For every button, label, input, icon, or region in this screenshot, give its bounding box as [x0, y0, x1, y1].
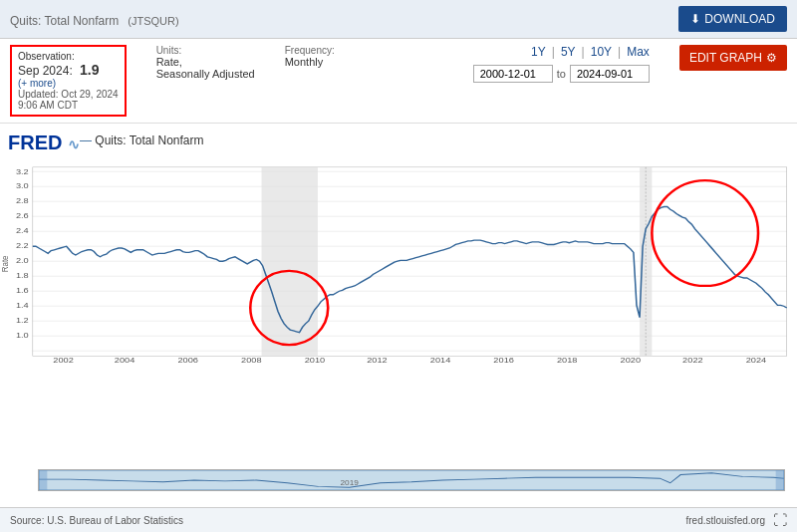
period-10y[interactable]: 10Y — [591, 45, 612, 59]
svg-text:2.6: 2.6 — [16, 211, 29, 220]
svg-text:2.8: 2.8 — [16, 196, 29, 205]
svg-text:2004: 2004 — [115, 355, 135, 364]
svg-text:2014: 2014 — [430, 355, 451, 364]
svg-text:2002: 2002 — [53, 355, 74, 364]
chart-wrapper: 3.2 3.0 2.8 2.6 2.4 2.2 2.0 1.8 1.6 1.4 … — [0, 158, 797, 457]
date-from-input[interactable] — [473, 65, 553, 83]
svg-text:2012: 2012 — [367, 355, 388, 364]
period-5y[interactable]: 5Y — [561, 45, 576, 59]
svg-text:2.0: 2.0 — [16, 256, 29, 265]
svg-text:2024: 2024 — [746, 355, 767, 364]
svg-text:2.4: 2.4 — [16, 226, 29, 235]
footer-source: Source: U.S. Bureau of Labor Statistics — [10, 515, 183, 526]
observation-value-row: Sep 2024: 1.9 — [18, 62, 119, 78]
observation-date: Sep 2024: — [18, 64, 73, 78]
svg-text:1.2: 1.2 — [16, 316, 29, 325]
frequency-label: Frequency: — [285, 45, 335, 56]
info-bar: Observation: Sep 2024: 1.9 (+ more) Upda… — [0, 39, 797, 124]
svg-text:2022: 2022 — [682, 355, 703, 364]
series-id: (JTSQUR) — [128, 15, 178, 27]
svg-text:2008: 2008 — [241, 355, 262, 364]
mini-chart[interactable]: 2019 — [38, 469, 785, 491]
footer: Source: U.S. Bureau of Labor Statistics … — [0, 507, 797, 532]
units-value2: Seasonally Adjusted — [156, 68, 255, 80]
svg-text:3.2: 3.2 — [16, 167, 29, 176]
chart-area: FRED ∿ Quits: Total Nonfarm 3.2 3.0 2.8 … — [0, 124, 797, 507]
fullscreen-icon[interactable]: ⛶ — [773, 512, 787, 528]
period-1y[interactable]: 1Y — [531, 45, 546, 59]
svg-text:1.4: 1.4 — [16, 301, 29, 310]
frequency-section: Frequency: Monthly — [285, 45, 335, 68]
frequency-value: Monthly — [285, 56, 335, 68]
header: Quits: Total Nonfarm (JTSQUR) ⬇ DOWNLOAD — [0, 0, 797, 39]
download-icon: ⬇ — [690, 12, 700, 26]
date-to-label: to — [557, 68, 566, 80]
edit-graph-button[interactable]: EDIT GRAPH ⚙ — [679, 45, 787, 71]
svg-rect-46 — [39, 470, 47, 490]
observation-more[interactable]: (+ more) — [18, 78, 119, 89]
date-to-input[interactable] — [570, 65, 650, 83]
observation-value: 1.9 — [80, 62, 99, 78]
svg-text:2018: 2018 — [557, 355, 578, 364]
svg-point-43 — [652, 180, 758, 286]
date-range: to — [473, 65, 650, 83]
svg-text:2.2: 2.2 — [16, 241, 29, 250]
units-value1: Rate, — [156, 56, 255, 68]
units-label: Units: — [156, 45, 255, 56]
svg-text:1.0: 1.0 — [16, 331, 29, 340]
svg-text:2006: 2006 — [177, 355, 198, 364]
fred-logo: FRED ∿ — [8, 132, 80, 154]
observation-label: Observation: — [18, 51, 119, 62]
observation-time: 9:06 AM CDT — [18, 100, 119, 111]
gear-icon: ⚙ — [766, 51, 777, 65]
title-text: Quits: Total Nonfarm — [10, 14, 119, 28]
footer-right: fred.stlouisfed.org ⛶ — [686, 512, 788, 528]
observation-updated: Updated: Oct 29, 2024 — [18, 89, 119, 100]
page-title: Quits: Total Nonfarm (JTSQUR) — [10, 11, 179, 28]
fred-wave: ∿ — [68, 136, 80, 152]
svg-text:Rate: Rate — [0, 255, 10, 272]
svg-rect-27 — [262, 167, 318, 357]
period-links: 1Y | 5Y | 10Y | Max — [531, 45, 650, 59]
svg-text:2020: 2020 — [621, 355, 642, 364]
mini-chart-svg: 2019 — [39, 470, 784, 490]
period-max[interactable]: Max — [627, 45, 650, 59]
updated-date: Updated: Oct 29, 2024 — [18, 89, 119, 100]
edit-graph-label: EDIT GRAPH — [689, 51, 762, 65]
svg-rect-26 — [33, 167, 787, 357]
footer-url: fred.stlouisfed.org — [686, 515, 766, 526]
svg-text:2019: 2019 — [340, 478, 358, 486]
chart-line — [33, 207, 787, 333]
chart-svg: 3.2 3.0 2.8 2.6 2.4 2.2 2.0 1.8 1.6 1.4 … — [0, 158, 797, 457]
svg-text:2010: 2010 — [305, 355, 326, 364]
svg-rect-44 — [39, 470, 784, 490]
units-section: Units: Rate, Seasonally Adjusted — [156, 45, 255, 80]
main-container: Quits: Total Nonfarm (JTSQUR) ⬇ DOWNLOAD… — [0, 0, 797, 532]
svg-text:1.6: 1.6 — [16, 286, 29, 295]
svg-rect-47 — [776, 470, 784, 490]
download-label: DOWNLOAD — [704, 12, 775, 26]
svg-text:2016: 2016 — [493, 355, 514, 364]
download-button[interactable]: ⬇ DOWNLOAD — [678, 6, 787, 32]
svg-text:1.8: 1.8 — [16, 271, 29, 280]
svg-text:3.0: 3.0 — [16, 181, 29, 190]
chart-subtitle: Quits: Total Nonfarm — [80, 133, 204, 147]
observation-box: Observation: Sep 2024: 1.9 (+ more) Upda… — [10, 45, 127, 117]
